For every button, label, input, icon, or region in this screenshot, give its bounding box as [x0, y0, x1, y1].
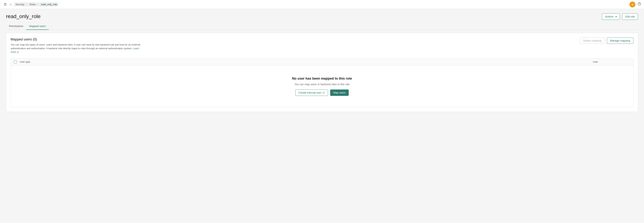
breadcrumb-role-name: read_only_role	[40, 2, 58, 6]
breadcrumb-role-name-link: read_only_role	[40, 2, 58, 6]
topbar: ☰ ⌂ Security Roles read_only_role a	[0, 0, 644, 9]
card-header-left: Mapped users (0) You can map two types o…	[11, 38, 141, 54]
svg-line-3	[324, 92, 324, 93]
avatar[interactable]: a	[630, 2, 636, 8]
col-user-type-header: User type	[20, 60, 590, 63]
delete-mapping-button: Delete mapping	[580, 38, 605, 44]
header-actions: Actions ▾ Edit role	[602, 14, 638, 20]
table-wrapper: User type User No user has been mapped t…	[11, 58, 633, 107]
tab-permissions[interactable]: Permissions	[6, 23, 26, 30]
card-header: Mapped users (0) You can map two types o…	[11, 38, 633, 54]
select-all-checkbox[interactable]	[14, 60, 17, 64]
card-actions: Delete mapping Manage mapping	[580, 38, 633, 44]
card-description: You can map two types of users: users an…	[11, 43, 141, 54]
create-user-external-link-icon	[322, 92, 325, 94]
col-user-header: User	[593, 60, 630, 63]
tab-mapped-users[interactable]: Mapped users	[26, 23, 49, 30]
external-link-icon	[17, 51, 19, 53]
tabs: Permissions Mapped users	[6, 23, 638, 30]
mapped-users-card: Mapped users (0) You can map two types o…	[6, 33, 638, 112]
page-container: read_only_role Actions ▾ Edit role Permi…	[0, 9, 644, 116]
empty-state: No user has been mapped to this role You…	[11, 66, 633, 107]
empty-state-actions: Create internal user Map users	[295, 90, 349, 96]
page-header: read_only_role Actions ▾ Edit role	[6, 14, 638, 20]
breadcrumb-roles[interactable]: Roles	[28, 2, 40, 6]
home-icon[interactable]: ⌂	[9, 2, 12, 7]
empty-state-description: You can map users or backend roles to th…	[294, 83, 350, 86]
breadcrumb: Security Roles read_only_role	[14, 2, 58, 6]
breadcrumb-security[interactable]: Security	[14, 2, 28, 6]
create-internal-user-button[interactable]: Create internal user	[295, 90, 328, 96]
menu-icon[interactable]: ☰	[3, 2, 8, 7]
map-users-button[interactable]: Map users	[330, 90, 349, 96]
breadcrumb-security-link[interactable]: Security	[14, 2, 28, 6]
help-icon[interactable]	[638, 2, 641, 6]
breadcrumb-roles-link[interactable]: Roles	[28, 2, 40, 6]
actions-button[interactable]: Actions ▾	[602, 14, 620, 20]
card-title: Mapped users (0)	[11, 38, 141, 42]
manage-mapping-button[interactable]: Manage mapping	[607, 38, 633, 44]
empty-state-title: No user has been mapped to this role	[292, 77, 352, 80]
page-title: read_only_role	[6, 14, 40, 20]
topbar-right: a	[630, 2, 641, 8]
edit-role-button[interactable]: Edit role	[622, 14, 638, 20]
actions-label: Actions	[605, 15, 614, 18]
svg-line-2	[18, 51, 19, 52]
table-header: User type User	[11, 58, 633, 66]
chevron-down-icon: ▾	[616, 15, 617, 18]
